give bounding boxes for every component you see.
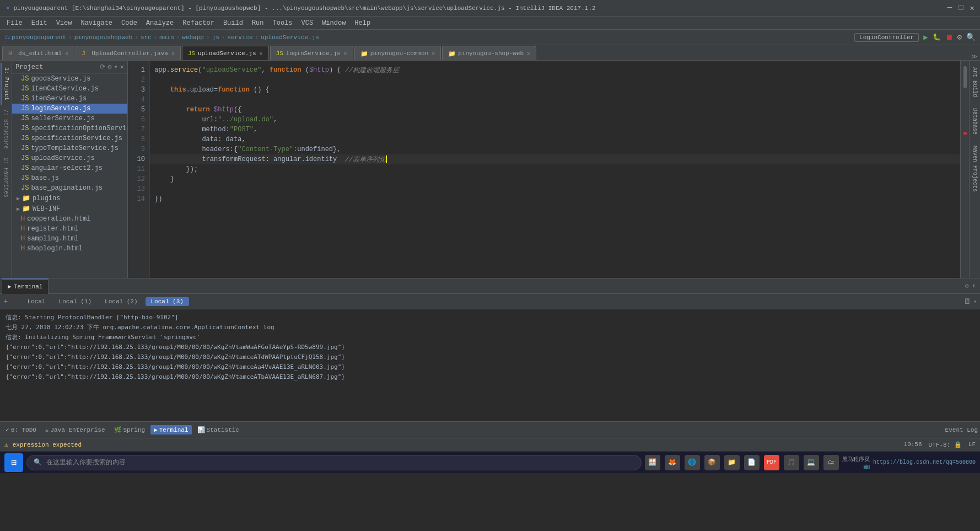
taskbar-icon-5[interactable]: 📁	[724, 455, 740, 470]
code-line-5[interactable]: return $http({	[150, 105, 969, 115]
debug-button[interactable]: 🐛	[933, 33, 941, 41]
spring-button[interactable]: 🌿 Spring	[111, 425, 149, 435]
menu-window[interactable]: Window	[317, 18, 350, 28]
code-line-10[interactable]: transformRequest: angular.identity //表单序…	[150, 154, 969, 164]
code-line-6[interactable]: url:"../upload.do",	[150, 115, 969, 125]
run-button[interactable]: ▶	[923, 33, 928, 42]
bc-pinyougouparent[interactable]: pinyougouparent	[12, 34, 66, 41]
tab-pinyougou-common[interactable]: 📁 pinyougou-common ✕	[354, 46, 441, 60]
todo-button[interactable]: ✓ 6: TODO	[2, 425, 40, 435]
bc-pinyougoushopweb[interactable]: pinyougoushopweb	[74, 34, 133, 41]
minimize-button[interactable]: ─	[947, 3, 952, 13]
statistic-button[interactable]: 📊 Statistic	[194, 425, 243, 435]
tree-item[interactable]: H register.html	[12, 224, 127, 234]
vtab-project[interactable]: 1: Project	[1, 63, 11, 105]
tree-item[interactable]: H sampling.html	[12, 234, 127, 244]
taskbar-icon-1[interactable]: 🪟	[645, 455, 660, 470]
ant-build-panel[interactable]: Ant Build	[971, 63, 979, 101]
editor-area[interactable]: 1 2 3 4 5 6 7 8 9 10 11 12 13 14 app.ser…	[128, 61, 969, 278]
menu-build[interactable]: Build	[219, 18, 247, 28]
tab-close-icon[interactable]: ✕	[344, 50, 347, 57]
tree-item[interactable]: JS angular-select2.js	[12, 163, 127, 173]
terminal-tab-local1[interactable]: Local (1)	[53, 297, 97, 306]
vtab-structure[interactable]: 7: Structure	[1, 105, 10, 153]
menu-refactor[interactable]: Refactor	[178, 18, 219, 28]
encoding-indicator[interactable]: UTF-8: 🔒	[929, 441, 962, 448]
position-indicator[interactable]: 10:56	[904, 441, 922, 448]
menu-navigate[interactable]: Navigate	[76, 18, 117, 28]
monitor-icon[interactable]: 🖥	[963, 297, 971, 306]
tab-close-icon[interactable]: ✕	[432, 50, 435, 57]
terminal-add-button[interactable]: +	[3, 297, 8, 306]
tree-item[interactable]: JS typeTemplateService.js	[12, 143, 127, 153]
tree-item[interactable]: JS specificationService.js	[12, 133, 127, 143]
taskbar-icon-7[interactable]: 🎵	[784, 455, 799, 470]
tree-item-webinf[interactable]: ▶ 📁 WEB-INF	[12, 203, 127, 214]
tab-login-service[interactable]: JS loginService.js ✕	[270, 46, 353, 60]
tab-pinyougou-shop-web[interactable]: 📁 pinyougou-shop-web ✕	[442, 46, 536, 60]
editor-scrollbar[interactable]	[960, 61, 969, 278]
code-line-2[interactable]	[150, 75, 969, 85]
taskbar-search[interactable]: 🔍 在这里输入你要搜索的内容	[26, 455, 642, 470]
maximize-icon[interactable]: ⬆	[972, 282, 976, 289]
bc-main[interactable]: main	[159, 34, 174, 41]
close-button[interactable]: ✕	[970, 3, 974, 13]
menu-view[interactable]: View	[52, 18, 77, 28]
tree-item[interactable]: H shoplogin.html	[12, 244, 127, 254]
code-line-13[interactable]	[150, 184, 969, 194]
line-ending-indicator[interactable]: LF	[968, 441, 976, 448]
tree-item[interactable]: JS base.js	[12, 173, 127, 183]
menu-run[interactable]: Run	[247, 18, 268, 28]
terminal-close-button[interactable]: ✕	[12, 297, 16, 305]
tab-upload-service[interactable]: JS uploadService.js ✕	[182, 46, 269, 60]
terminal-tab-local2[interactable]: Local (2)	[99, 297, 143, 306]
menu-file[interactable]: File	[2, 18, 27, 28]
tree-item[interactable]: H cooperation.html	[12, 214, 127, 224]
tree-item[interactable]: JS goodsService.js	[12, 74, 127, 84]
code-line-12[interactable]: }	[150, 174, 969, 184]
tree-item[interactable]: JS specificationOptionService.js	[12, 124, 127, 133]
bc-js[interactable]: js	[212, 34, 219, 41]
tree-item-login-service[interactable]: JS loginService.js	[12, 104, 127, 114]
taskbar-icon-2[interactable]: 🦊	[665, 455, 680, 470]
settings-icon[interactable]: ⚙	[957, 33, 962, 42]
code-content[interactable]: app.service("uploadService", function ($…	[150, 61, 969, 278]
terminal-content[interactable]: 信息: Starting ProtocolHandler ["http-bio-…	[0, 309, 980, 422]
taskbar-pdf-icon[interactable]: PDF	[764, 455, 779, 470]
tab-close-icon[interactable]: ✕	[260, 50, 263, 57]
tree-item[interactable]: JS base_pagination.js	[12, 183, 127, 193]
settings-icon[interactable]: ⚙	[965, 282, 969, 289]
terminal-button[interactable]: ▶ Terminal	[150, 425, 191, 435]
tree-item-plugins[interactable]: ▶ 📁 plugins	[12, 193, 127, 203]
taskbar-icon-8[interactable]: 💻	[804, 455, 819, 470]
menu-vcs[interactable]: VCS	[297, 18, 318, 28]
tab-close-icon[interactable]: ✕	[527, 50, 530, 57]
tab-upload-controller[interactable]: J UploadController.java ✕	[76, 46, 181, 60]
code-line-1[interactable]: app.service("uploadService", function ($…	[150, 65, 969, 75]
code-line-8[interactable]: data: data,	[150, 135, 969, 144]
bc-file[interactable]: uploadService.js	[261, 34, 319, 41]
maximize-button[interactable]: □	[959, 3, 963, 13]
tree-item[interactable]: JS itemCatService.js	[12, 84, 127, 94]
title-controls[interactable]: ─ □ ✕	[947, 3, 974, 13]
tab-close-icon[interactable]: ✕	[65, 50, 68, 57]
tab-close-icon[interactable]: ✕	[171, 50, 175, 57]
event-log-button[interactable]: Event Log	[945, 427, 978, 433]
search-icon[interactable]: 🔍	[966, 33, 976, 42]
menu-tools[interactable]: Tools	[268, 18, 297, 28]
terminal-tab-local[interactable]: Local	[22, 297, 51, 306]
tree-item[interactable]: JS sellerService.js	[12, 114, 127, 124]
tab-ds-edit-html[interactable]: H ds_edit.html ✕	[2, 46, 74, 60]
code-line-14[interactable]: })	[150, 194, 969, 204]
controller-label[interactable]: LoginController	[854, 33, 919, 42]
tabs-overflow-icon[interactable]: ≫	[971, 53, 978, 60]
taskbar-icon-4[interactable]: 📦	[704, 455, 720, 470]
code-line-4[interactable]	[150, 95, 969, 105]
sync-icon[interactable]: ⟳	[100, 63, 105, 71]
menu-help[interactable]: Help	[350, 18, 375, 28]
tree-item[interactable]: JS uploadService.js	[12, 153, 127, 163]
dropdown-icon[interactable]: ▾	[973, 298, 977, 305]
collapse-icon[interactable]: ▾	[114, 63, 118, 71]
database-panel[interactable]: Database	[971, 104, 979, 139]
terminal-tab-local3[interactable]: Local (3)	[146, 297, 189, 306]
